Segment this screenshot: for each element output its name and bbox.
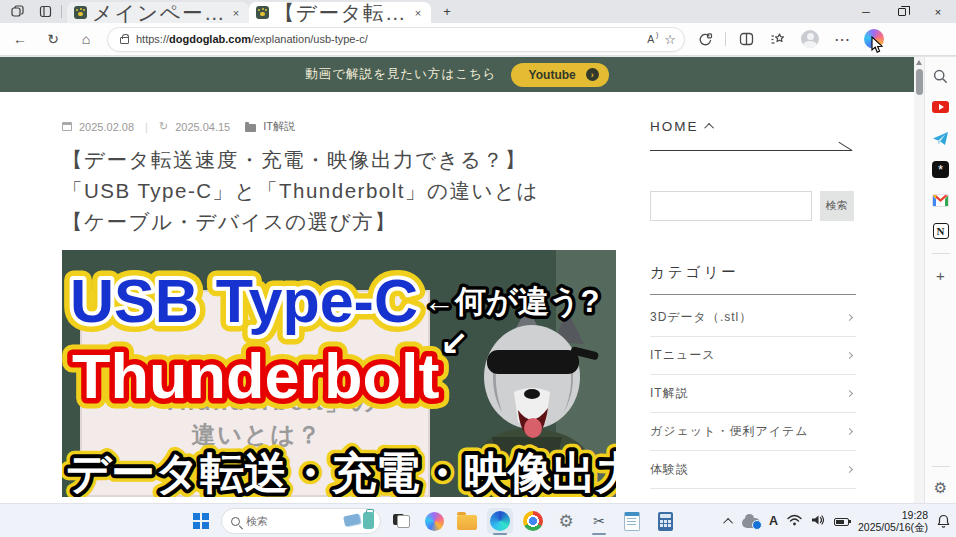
close-button[interactable]: × [920,0,956,23]
system-tray: A 19:28 2025/05/16(金) [726,504,950,537]
url-text[interactable]: https://dogdoglab.com/explanation/usb-ty… [136,33,647,45]
category-item-gadget[interactable]: ガジェット・便利アイテム [650,413,856,451]
notion-icon[interactable]: N [930,220,952,242]
article: 2025.02.08 | ↻ 2025.04.15 IT解説 【データ転送速度・… [62,119,618,237]
marker [138,280,154,286]
telegram-icon[interactable] [930,127,952,149]
notification-bell-icon[interactable] [937,514,950,528]
minimize-button[interactable]: ─ [848,0,884,23]
edge-sidebar: * N + ⚙ [924,57,956,503]
tab-close-icon[interactable]: × [412,7,424,19]
chevron-up-icon [704,123,714,133]
collections-icon[interactable] [766,27,790,51]
read-aloud-icon[interactable]: A [647,33,654,45]
page-scrollbar[interactable] [914,57,924,503]
scrollbar-thumb[interactable] [916,69,923,95]
divider [61,5,62,18]
mouse-cursor [871,36,884,54]
whiteboard-text: 「Thunderbolt」の 違いとは？ [92,385,422,451]
refresh-button[interactable]: ↻ [40,26,66,52]
youtube-icon[interactable] [930,96,952,118]
favorite-star-icon[interactable]: ☆ [664,32,676,47]
screen: { "browser": { "tabs": [ { "title": "メイン… [0,0,956,537]
window-controls: ─ × [848,0,956,23]
clock[interactable]: 19:28 2025/05/16(金) [858,509,928,534]
workspaces-icon[interactable] [6,3,28,21]
browser-toolbar: ← ↻ ⌂ https://dogdoglab.com/explanation/… [0,23,956,56]
tab-close-icon[interactable]: × [230,7,242,19]
calculator-icon[interactable] [652,508,678,534]
chatgpt-icon[interactable]: * [930,158,952,180]
restore-button[interactable] [884,0,920,23]
back-button[interactable]: ← [7,26,33,52]
chevron-right-icon [846,466,853,473]
snipping-tool-icon[interactable]: ✂ [586,508,612,534]
blog-search-input[interactable] [650,191,812,221]
add-sidebar-app-button[interactable]: + [930,264,952,286]
calendar-icon [62,122,72,131]
categories-list: 3Dデータ（.stl） ITニュース IT解説 ガジェット・便利アイテム 体験談 [650,299,856,489]
sidebar-search-icon[interactable] [930,65,952,87]
home-underline-arrow [650,150,852,151]
taskbar-search-box[interactable] [221,508,381,534]
category-item-3d-data[interactable]: 3Dデータ（.stl） [650,299,856,337]
category-link[interactable]: IT解説 [263,119,295,134]
divider [725,32,726,46]
article-title: 【データ転送速度・充電・映像出力できる？】 「USB Type-C」と「Thun… [62,144,618,237]
taskbar-search-input[interactable] [246,515,336,527]
blog-sidebar: HOME 検索 カテゴリー 3Dデータ（.stl） ITニュース IT解説 ガジ… [650,119,906,489]
category-item-taikendan[interactable]: 体験談 [650,451,856,489]
settings-more-icon[interactable]: ⋯ [830,27,854,51]
edge-taskbar-icon[interactable] [487,508,513,534]
settings-taskbar-icon[interactable]: ⚙ [553,508,579,534]
copilot-icon[interactable] [862,27,886,51]
file-explorer-icon[interactable] [454,508,480,534]
home-button[interactable]: ⌂ [73,26,99,52]
new-tab-button[interactable]: + [437,2,457,22]
paw-favicon-icon [256,6,269,19]
blog-search-button[interactable]: 検索 [820,191,854,221]
browser-tab-bar: メインページ - DOGDOGLAB × 【データ転送速度・充電・映像出力で ×… [0,0,956,23]
chevron-right-icon [846,390,853,397]
gmail-icon[interactable] [930,189,952,211]
address-bar[interactable]: https://dogdoglab.com/explanation/usb-ty… [107,27,685,52]
category-item-it-kaisetsu[interactable]: IT解説 [650,375,856,413]
category-item-it-news[interactable]: ITニュース [650,337,856,375]
tray-date: 2025/05/16(金) [858,521,928,534]
lock-icon [120,37,129,44]
copilot-taskbar-icon[interactable] [421,508,447,534]
tab-article[interactable]: 【データ転送速度・充電・映像出力で × [249,2,431,23]
update-icon: ↻ [159,120,168,133]
divider [650,294,856,295]
scroll-up-arrow[interactable] [916,60,922,65]
article-meta: 2025.02.08 | ↻ 2025.04.15 IT解説 [62,119,618,134]
wifi-icon[interactable] [787,512,802,530]
battery-icon[interactable] [834,518,849,526]
arrow-circle-icon: › [586,68,599,81]
start-button[interactable] [188,508,214,534]
search-highlight-image[interactable] [342,511,376,531]
dog-mask-person [432,302,616,497]
youtube-button[interactable]: Youtube › [511,63,609,87]
video-banner: 動画で解説を見たい方はこちら Youtube › [0,57,914,92]
task-view-button[interactable] [388,508,414,534]
notepad-icon[interactable] [619,508,645,534]
divider: | [145,121,148,133]
split-screen-icon[interactable] [734,27,758,51]
windows-taskbar: ⚙ ✂ A 19:28 2025/05/16(金) [0,503,956,537]
volume-icon[interactable] [811,512,825,530]
tab-actions-icon[interactable] [34,3,56,21]
paw-favicon-icon [74,6,87,19]
page-content: 動画で解説を見たい方はこちら Youtube › 2025.02.08 | ↻ … [0,57,956,503]
extensions-icon[interactable] [693,27,717,51]
chrome-taskbar-icon[interactable] [520,508,546,534]
ime-mode-indicator[interactable]: A [769,514,778,528]
sidebar-search: 検索 [650,191,906,221]
onedrive-icon[interactable] [742,518,760,528]
sidebar-home-link[interactable]: HOME [650,119,906,134]
sidebar-settings-icon[interactable]: ⚙ [930,477,952,499]
video-thumbnail[interactable]: 「Thunderbolt」の 違いとは？ USB Type-C [62,250,616,497]
hidden-icons-chevron[interactable] [723,517,733,527]
profile-avatar[interactable] [798,27,822,51]
tab-main-page[interactable]: メインページ - DOGDOGLAB × [67,2,249,23]
